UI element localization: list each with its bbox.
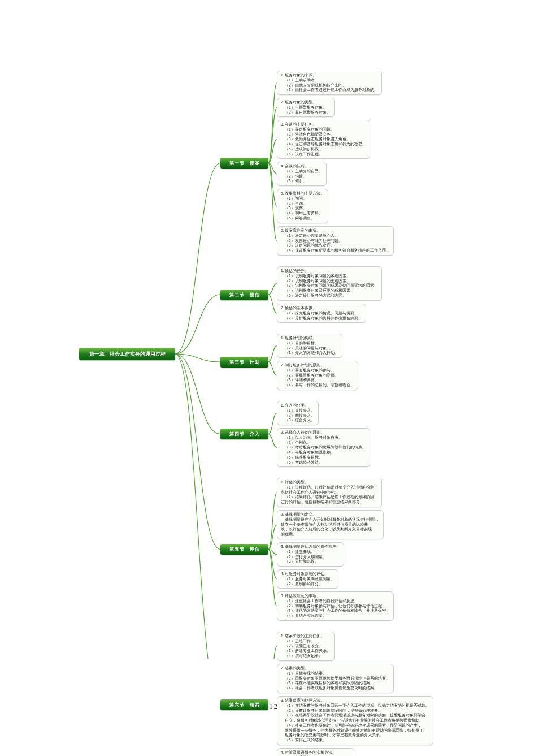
detail-bubble: 4. 对服务对象影响的评估。 （1）服务对象满意度测量。 （2）差别影响评分。 — [277, 569, 338, 589]
bubble-title: 5. 收集资料的主要方法。 — [281, 191, 324, 196]
section-node: 第二节 预估 — [220, 290, 268, 300]
bubble-item: 自立，给服务对象以心理支持，告诉他们有需要时社会工作者将继续提供协助。 — [281, 718, 429, 723]
bubble-title: 2. 制订服务计划的原则。 — [281, 363, 354, 368]
section-node: 第三节 计划 — [220, 357, 268, 368]
bubble-item: （5）瞄准服务目标。 — [281, 455, 366, 460]
root-label: 第一章 社会工作实务的通用过程 — [89, 351, 166, 358]
bubble-title: 3. 基线测量评估方法的操作程序。 — [281, 545, 340, 550]
detail-bubble: 1. 服务对象的来源。 （1）主动求助者。 （2）由他人介绍或机构转介来的。 （… — [277, 71, 382, 95]
bubble-item: （3）考虑服务对象的发展阶段和他们的特点。 — [281, 445, 366, 450]
section-label: 第四节 介入 — [229, 431, 260, 437]
detail-bubble: 3. 基线测量评估方法的操作程序。 （1）建立基线。 （2）进行介入期测量。 （… — [277, 542, 344, 567]
bubble-title: 1. 介入的分类。 — [281, 403, 315, 408]
bubble-item: （4）保证服务对象所要求的服务符合服务机构的工作范围。 — [281, 248, 390, 253]
detail-bubble: 1. 服务计划的构成。 （1）目的和目标。 （2）关注的问题与对象。 （3）介入… — [277, 334, 342, 358]
root-node: 第一章 社会工作实务的通用过程 — [79, 348, 175, 360]
bubble-item: （2）调动服务对象参与评估，让他们积极参与评估过程。 — [281, 604, 390, 609]
bubble-title: 4. 对策及跟进服务的实施办法。 — [281, 750, 350, 755]
detail-bubble: 2. 基线测量的定义。 基线测量是在介入开始时对服务对象的状况进行测量， 建立一… — [277, 510, 384, 539]
bubble-item: （1）要有服务对象的参与。 — [281, 368, 354, 373]
bubble-item: （3）存在不能实现目标的客观和实际原因的结案。 — [281, 681, 390, 686]
page-current: 1 — [255, 702, 261, 710]
bubble-title: 2. 预估的基本步骤。 — [281, 306, 362, 311]
bubble-title: 1. 结案阶段的主要任务。 — [281, 634, 331, 639]
bubble-item: （4）撰写结案记录。 — [281, 654, 331, 659]
bubble-item: （2）间接介入。 — [281, 413, 315, 418]
bubble-title: 2. 选择介入行动的原则。 — [281, 430, 366, 435]
bubble-item: （3）详细和具体。 — [281, 378, 354, 383]
bubble-item: （5）问卷调查。 — [281, 216, 324, 221]
mindmap-canvas: 第一章 社会工作实务的通用过程 1. 服务对象的来源。 （1）主动求助者。 （2… — [79, 71, 475, 659]
bubble-item: （6）决定工作进程。 — [281, 152, 366, 157]
bubble-item: （2）结果评估。结果评估是在工作过程的最终阶段 进行的评估，包括目标结果和理想结… — [281, 495, 378, 505]
bubble-title: 1. 评估的类型。 — [281, 480, 378, 485]
bubble-item: （3）分析和比较。 — [281, 559, 340, 564]
section-node: 第四节 介入 — [220, 429, 268, 439]
bubble-item: （3）由社会工作者通过外展工作而成为服务对象的。 — [281, 88, 378, 93]
detail-bubble: 2. 制订服务计划的原则。 （1）要有服务对象的参与。 （2）要尊重服务对象的意… — [277, 361, 358, 390]
bubble-item: 基线测量是在介入开始时对服务对象的状况进行测量， 建立一个基准供与介入行动过程进… — [281, 517, 380, 537]
bubble-item: （5）达成初步协议。 — [281, 147, 366, 152]
bubble-item: （3）决定问题的优先次序。 — [281, 243, 390, 248]
bubble-item: （1）以人为本、服务对象自决。 — [281, 435, 366, 440]
detail-bubble: 1. 介入的分类。 （1）直接介入。 （2）间接介入。 （3）综合介入。 — [277, 401, 319, 425]
bubble-item: （4）要切合实际需要。 — [281, 614, 390, 619]
bubble-item: （2）进行介入期测量。 — [281, 555, 340, 560]
bubble-item: （3）在结案阶段社会工作者要逐渐减少与服务对象的接触，提醒服务对象要学会 — [281, 713, 429, 718]
bubble-item: （2）巩固已有改变。 — [281, 644, 331, 649]
bubble-item: （4）促进和诱导服务对象态度和行为的改变。 — [281, 142, 366, 147]
bubble-title: 2. 基线测量的定义。 — [281, 512, 380, 517]
bubble-item: （3）激励并促进服务对象进入角色。 — [281, 137, 366, 142]
detail-bubble: 5. 收集资料的主要方法。 （1）询问。 （2）咨询。 （3）观察。 （4）利用… — [277, 189, 328, 223]
bubble-title: 5. 评估应注意的事项。 — [281, 594, 390, 599]
bubble-item: （1）建立基线。 — [281, 550, 340, 555]
section-node: 第一节 接案 — [220, 158, 268, 169]
bubble-item: （2）差别影响评分。 — [281, 582, 335, 587]
bubble-item: 服务对象的改变更有效时，才算是有效专业的介入关系。 — [281, 733, 429, 738]
bubble-item: （1）目的和目标。 — [281, 341, 338, 346]
bubble-title: 2. 服务对象的类型。 — [281, 100, 331, 105]
detail-bubble: 1. 预估的任务。 （1）识别服务对象问题的客观因素。 （2）识别服务对象问题的… — [277, 266, 382, 301]
bubble-item: （2）因服务对象不愿继续接受服务而必须终止关系的结案。 — [281, 676, 390, 681]
detail-bubble: 4. 对策及跟进服务的实施办法。 （1）电话跟进。 （2）个别会面。 （3）集体… — [277, 748, 354, 756]
page-total: 12 — [269, 702, 279, 710]
detail-bubble: 1. 结案阶段的主要任务。 （1）总结工作。 （2）巩固已有改变。 （3）解除专… — [277, 632, 335, 661]
detail-bubble: 1. 评估的类型。 （1）过程评估。过程评估是对整个介入过程的检测， 包括社会工… — [277, 478, 382, 507]
bubble-item: （6）考虑经济效益。 — [281, 460, 366, 465]
bubble-item: （2）要尊重服务对象的意愿。 — [281, 373, 354, 378]
detail-bubble: 2. 预估的基本步骤。 （1）探究服务对象的情况、问题与需要。 （2）分析服务对… — [277, 304, 366, 323]
detail-bubble: 4. 会谈的技巧。 （1）主动介绍自己。 （2）沟通。 （3）倾听。 — [277, 162, 327, 186]
bubble-item: （1）探究服务对象的情况、问题与需要。 — [281, 311, 362, 316]
bubble-item: （3）解除专业工作关系。 — [281, 649, 331, 654]
bubble-item: （4）社会工作者也要估计一些可能会破坏改变成果的因素，预防问题的产生， — [281, 723, 429, 728]
bubble-item: （2）个别化。 — [281, 440, 366, 446]
bubble-title: 6. 接案应注意的事项。 — [281, 228, 390, 234]
bubble-item: （2）关注的问题与对象。 — [281, 346, 338, 351]
bubble-item: （4）与服务对象相互依赖。 — [281, 450, 366, 455]
bubble-item: （1）识别服务对象问题的客观因素。 — [281, 274, 378, 279]
bubble-title: 4. 会谈的技巧。 — [281, 164, 323, 169]
bubble-item: 继续提供一些服务，并为服务对象提供能够对他们有帮助的资源网络，特别是了 — [281, 728, 429, 733]
detail-bubble: 5. 评估应注意的事项。 （1）注重社会工作者的自我评估和反思。 （2）调动服务… — [277, 591, 394, 621]
detail-bubble: 3. 会谈的主要任务。 （1）界定服务对象的问题。 （2）澄清角色期望及义务。 … — [277, 120, 370, 159]
bubble-item: （2）沟通。 — [281, 174, 323, 179]
detail-bubble: 6. 接案应注意的事项。 （1）决定是否需要紧急介入。 （2）权衡是否有能力处理… — [277, 226, 394, 256]
bubble-title: 1. 预估的任务。 — [281, 269, 378, 274]
bubble-item: （1）决定是否需要紧急介入。 — [281, 234, 390, 239]
detail-bubble: 2. 服务对象的类型。 （1）自愿型服务对象。 （2）非自愿型服务对象。 — [277, 98, 335, 117]
bubble-item: （3）观察。 — [281, 206, 324, 211]
bubble-title: 3. 会谈的主要任务。 — [281, 122, 366, 127]
bubble-item: （2）由他人介绍或机构转介来的。 — [281, 83, 378, 88]
bubble-item: （2）咨询。 — [281, 201, 324, 206]
detail-bubble: 2. 结案的类型。 （1）目标实现的结案。 （2）因服务对象不愿继续接受服务而必… — [277, 664, 394, 693]
bubble-item: （5）决定提供服务的方式和内容。 — [281, 293, 378, 299]
bubble-item: （3）综合介入。 — [281, 418, 315, 423]
bubble-item: （2）澄清角色期望及义务。 — [281, 132, 366, 137]
bubble-title: 4. 对服务对象影响的评估。 — [281, 572, 335, 577]
section-label: 第五节 评估 — [229, 546, 260, 552]
bubble-item: （1）询问。 — [281, 196, 324, 201]
bubble-item: （4）利用已有资料。 — [281, 211, 324, 216]
bubble-item: （2）识别服务对象问题的主观因素。 — [281, 279, 378, 284]
bubble-item: （1）自愿型服务对象。 — [281, 105, 331, 110]
bubble-title: 1. 服务对象的来源。 — [281, 73, 378, 78]
